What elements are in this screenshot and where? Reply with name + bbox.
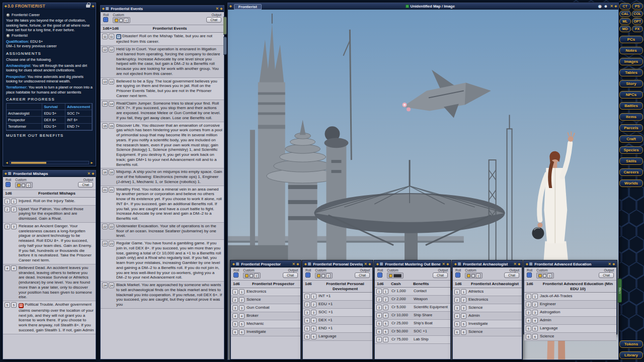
table-row[interactable]: 15 15 Discover Life. You discover that a… xyxy=(101,122,224,169)
table-row[interactable]: 4 4 Cr 10,000 Ship Share xyxy=(375,312,450,320)
close-icon[interactable]: × xyxy=(514,261,516,266)
scrollbar-thumb[interactable] xyxy=(11,162,46,164)
table-row[interactable]: 1 1 Jack-of-All-Trades xyxy=(524,293,616,301)
roll-from[interactable]: 3 xyxy=(376,305,382,310)
d6-gold-icon[interactable] xyxy=(115,19,118,22)
roll-to[interactable]: 4 xyxy=(532,318,538,323)
roll-to[interactable]: 4 xyxy=(383,313,388,318)
roll-range[interactable]: 6 6 xyxy=(376,329,390,334)
sidebar-small-button[interactable]: OPT xyxy=(632,18,643,25)
roll-to[interactable]: 2 xyxy=(461,297,466,303)
roll-range[interactable]: 4 4 xyxy=(376,313,390,318)
roll-to[interactable]: 4 xyxy=(239,313,245,319)
d6-gold-icon[interactable] xyxy=(317,274,320,278)
roll-from[interactable]: 11 xyxy=(102,34,108,39)
shortcut-icon[interactable] xyxy=(406,5,409,8)
roll-to[interactable]: 15 xyxy=(109,123,114,129)
main-tab[interactable]: Main xyxy=(618,279,622,303)
roll-range[interactable]: 1 1 xyxy=(376,289,390,294)
roll-to[interactable]: 6 xyxy=(532,334,538,339)
roll-to[interactable]: 3 xyxy=(311,310,316,315)
chat-button[interactable]: Chat xyxy=(206,17,221,23)
roll-toggle[interactable] xyxy=(6,182,11,187)
sidebar-button[interactable]: Notes xyxy=(619,47,643,54)
roll-from[interactable]: 22 xyxy=(102,224,108,229)
d6-silver-icon[interactable] xyxy=(321,274,325,278)
d6-gold-icon[interactable] xyxy=(467,274,470,278)
archaeologist-titlebar[interactable]: ◆ ▤ Frontierist Archaeologist × ◆ xyxy=(453,261,522,267)
sidebar-button[interactable]: Story xyxy=(619,80,643,87)
table-row[interactable]: 6 6 Investigate xyxy=(231,328,300,336)
roll-from[interactable]: 2 xyxy=(5,207,10,212)
table-row[interactable]: 12 12 Held Up in Court. Your operation i… xyxy=(101,46,224,78)
roll-from[interactable]: 14 xyxy=(102,101,108,107)
roll-to[interactable]: 2 xyxy=(532,302,538,307)
roll-to[interactable]: 23 xyxy=(109,241,114,246)
roll-to[interactable]: 4 xyxy=(461,313,466,319)
custom-dice-group[interactable]: 0 xyxy=(465,273,482,279)
d6-silver-icon[interactable] xyxy=(250,274,253,278)
roll-toggle[interactable] xyxy=(455,273,460,278)
roll-to[interactable]: 1 xyxy=(311,294,316,299)
roll-to[interactable]: 1 xyxy=(461,289,466,295)
roll-toggle[interactable] xyxy=(233,273,238,278)
table-row[interactable]: 5 5 Language xyxy=(524,325,616,333)
roll-from[interactable]: 24 xyxy=(102,283,108,288)
roll-from[interactable]: 5 xyxy=(454,321,460,327)
career-titlebar[interactable]: ◆ 3.0 FRONTIERIST ◆ xyxy=(3,3,96,10)
modifier-value[interactable]: 0 xyxy=(254,274,259,278)
roll-from[interactable]: 7 xyxy=(376,337,382,342)
roll-from[interactable]: 5 xyxy=(526,326,531,331)
table-row[interactable]: 14 14 Rival/Claim Jumper. Someone tries … xyxy=(101,100,224,122)
sidebar-small-button[interactable]: CT xyxy=(619,3,631,10)
roll-toggle[interactable] xyxy=(103,17,108,22)
roll-from[interactable]: 5 xyxy=(232,321,238,327)
roll-from[interactable]: 1 xyxy=(304,294,310,299)
roll-to[interactable]: 3 xyxy=(11,224,17,229)
table-row[interactable]: 5 5 Investigate xyxy=(453,320,522,328)
roll-to[interactable]: 6 xyxy=(461,329,466,335)
roll-to[interactable]: 14 xyxy=(109,101,114,107)
roll-from[interactable]: 1 xyxy=(5,199,10,204)
roll-from[interactable]: 4 xyxy=(304,318,310,323)
table-row[interactable]: 4 4 DEX +1 xyxy=(303,317,372,325)
sidebar-button[interactable]: Species xyxy=(619,146,643,154)
roll-to[interactable]: 3 xyxy=(532,310,538,315)
roll-toggle[interactable] xyxy=(527,273,532,278)
sidebar-button[interactable]: Items xyxy=(619,113,643,121)
roll-from[interactable]: 12 xyxy=(102,47,108,52)
table-row[interactable]: 2 2 EDU +1 xyxy=(303,301,372,309)
image-tab-frontierist[interactable]: Frontierist xyxy=(234,4,262,10)
table-row[interactable]: 4 4 Admin xyxy=(453,312,522,320)
modifier-value[interactable]: 0 xyxy=(547,274,552,278)
roll-from[interactable]: 3 xyxy=(526,310,531,315)
sidebar-small-button[interactable]: CAL xyxy=(619,11,631,17)
table-row[interactable]: 23 23 Regular Game. You have found a gam… xyxy=(101,240,224,282)
modifier-value[interactable]: 0 xyxy=(26,183,31,188)
roll-to[interactable]: 3 xyxy=(239,305,245,311)
roll-to[interactable]: 21 xyxy=(109,187,114,193)
close-icon[interactable]: × xyxy=(608,261,611,266)
table-row[interactable]: 6 6 Science xyxy=(453,328,522,336)
table-row[interactable]: 13 13 Believed to be a Spy. The local go… xyxy=(101,78,224,100)
d6-gold-icon[interactable] xyxy=(17,184,21,187)
roll-from[interactable]: 6 xyxy=(526,334,531,339)
chat-button[interactable]: Chat xyxy=(433,273,448,278)
table-row[interactable]: 3 3 Astrogation xyxy=(524,309,616,317)
player-vision-icon[interactable]: ☻ xyxy=(604,4,608,9)
dice-link-icon[interactable]: ⚄ xyxy=(19,303,24,308)
table-row[interactable]: 24 24 Black Market. You are approached b… xyxy=(101,282,224,309)
roll-toggle[interactable] xyxy=(377,273,382,278)
table-row[interactable]: 3 3 Science xyxy=(453,304,522,312)
roll-from[interactable]: 4 xyxy=(376,313,382,318)
d6-gold-icon[interactable] xyxy=(538,274,542,278)
prospector-titlebar[interactable]: ◆ ▤ Frontierist Prospector × ◆ xyxy=(231,261,300,267)
table-row[interactable]: 1 1 Injured. Roll on the Injury Table. xyxy=(3,198,96,206)
roll-from[interactable]: 2 xyxy=(376,297,382,302)
roll-to[interactable]: 12 xyxy=(109,47,114,52)
roll-to[interactable]: 2 xyxy=(239,297,245,303)
sidebar-small-button[interactable]: ML xyxy=(619,18,631,25)
roll-toggle[interactable] xyxy=(305,273,310,278)
modifier-value[interactable]: 0 xyxy=(124,18,128,23)
close-icon[interactable]: × xyxy=(216,6,218,11)
